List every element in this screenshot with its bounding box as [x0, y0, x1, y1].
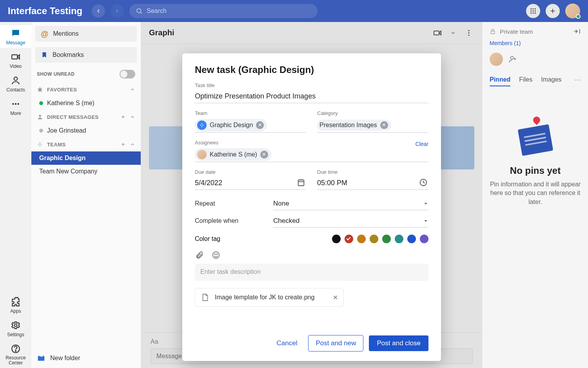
- bookmarks-button[interactable]: Bookmarks: [35, 47, 137, 63]
- chevron-left-icon: [95, 8, 102, 14]
- tab-files[interactable]: Files: [519, 74, 532, 86]
- collapse-icon[interactable]: [573, 27, 581, 35]
- nav-back-button[interactable]: [92, 4, 105, 18]
- color-swatch[interactable]: [420, 235, 428, 243]
- repeat-select[interactable]: None: [273, 197, 428, 210]
- cancel-button[interactable]: Cancel: [271, 335, 303, 351]
- paperclip-icon: [195, 251, 204, 259]
- svg-point-41: [201, 123, 202, 124]
- attach-button[interactable]: [195, 250, 204, 260]
- rail-label: Settings: [7, 332, 24, 337]
- chevron-up-icon: [130, 142, 135, 147]
- search-input[interactable]: [147, 7, 311, 15]
- color-swatch[interactable]: [345, 235, 353, 243]
- assignees-chip-row[interactable]: Katherine S (me) ✕: [195, 147, 428, 162]
- new-folder-button[interactable]: New folder: [31, 348, 141, 368]
- bookmark-icon: [41, 51, 48, 58]
- description-toolbar: [195, 243, 428, 264]
- remove-chip-button[interactable]: ✕: [260, 151, 268, 158]
- members-link[interactable]: Members (1): [490, 40, 581, 46]
- task-description-input[interactable]: Enter task description: [195, 264, 428, 281]
- show-unread-toggle[interactable]: [120, 70, 135, 78]
- empty-description: Pin information and it will appear here …: [490, 180, 581, 206]
- rail-apps[interactable]: Apps: [0, 293, 31, 316]
- color-swatch[interactable]: [407, 235, 416, 243]
- svg-point-10: [535, 13, 536, 14]
- add-member-button[interactable]: [508, 54, 518, 64]
- tab-pinned[interactable]: Pinned: [490, 74, 510, 86]
- left-rail: Message Video Contacts More Apps Setting…: [0, 22, 31, 368]
- rail-video[interactable]: Video: [0, 49, 31, 71]
- color-swatch[interactable]: [370, 235, 378, 243]
- remove-chip-button[interactable]: ✕: [256, 121, 264, 129]
- color-swatch[interactable]: [332, 235, 341, 243]
- rail-message[interactable]: Message: [0, 25, 31, 48]
- favorites-header[interactable]: FAVORITES: [31, 82, 141, 97]
- svg-point-19: [15, 324, 17, 326]
- smile-icon: [212, 251, 220, 259]
- calendar-icon[interactable]: [297, 178, 305, 187]
- teams-header[interactable]: TEAMS: [31, 137, 141, 151]
- plus-icon[interactable]: [120, 142, 126, 147]
- help-icon: [11, 344, 21, 354]
- emoji-button[interactable]: [211, 250, 221, 260]
- team-chip-row[interactable]: Graphic Design ✕: [195, 118, 306, 133]
- file-icon: [201, 293, 209, 302]
- assignee-chip: Katherine S (me) ✕: [195, 148, 271, 161]
- rail-resource[interactable]: Resource Center: [0, 341, 31, 368]
- svg-point-15: [14, 77, 18, 80]
- team-item-new-company[interactable]: Team New Company: [31, 165, 141, 178]
- color-swatch[interactable]: [382, 235, 391, 243]
- task-title-input[interactable]: [195, 90, 428, 103]
- svg-point-5: [530, 11, 532, 12]
- category-chip-row[interactable]: Presentation Images ✕: [317, 118, 428, 133]
- tabs-more-button[interactable]: ⋯: [575, 74, 581, 86]
- dm-item[interactable]: Joe Grinstead: [31, 124, 141, 137]
- svg-point-16: [12, 103, 14, 105]
- plus-icon[interactable]: [120, 114, 126, 120]
- due-date-input[interactable]: [195, 177, 306, 190]
- rail-more[interactable]: More: [0, 96, 31, 118]
- color-tag-row: Color tag: [195, 235, 428, 243]
- pin-illustration: [512, 119, 559, 158]
- clock-icon[interactable]: [419, 178, 428, 187]
- puzzle-icon: [11, 297, 21, 307]
- profile-avatar[interactable]: [565, 4, 580, 18]
- team-chip-icon: [197, 120, 207, 130]
- team-field: Team Graphic Design ✕: [195, 110, 306, 133]
- post-and-new-button[interactable]: Post and new: [308, 335, 363, 352]
- svg-point-2: [530, 8, 532, 9]
- nav-forward-button[interactable]: [111, 4, 124, 18]
- presence-dot: [39, 101, 43, 105]
- new-button[interactable]: [546, 4, 560, 18]
- team-item-graphic-design[interactable]: Graphic Design: [31, 151, 141, 165]
- color-swatch[interactable]: [357, 235, 366, 243]
- at-icon: @: [41, 29, 49, 38]
- svg-point-21: [15, 350, 16, 351]
- dm-header[interactable]: DIRECT MESSAGES: [31, 110, 141, 124]
- search-box[interactable]: [129, 4, 318, 18]
- color-swatch[interactable]: [395, 235, 403, 243]
- search-icon: [136, 7, 143, 15]
- remove-attachment-button[interactable]: ✕: [333, 294, 338, 301]
- svg-point-7: [535, 11, 536, 12]
- rail-settings[interactable]: Settings: [0, 317, 31, 340]
- due-time-input[interactable]: [317, 177, 428, 190]
- assignee-avatar: [197, 150, 207, 159]
- remove-chip-button[interactable]: ✕: [380, 121, 388, 129]
- mentions-button[interactable]: @ Mentions: [35, 26, 137, 42]
- svg-point-50: [213, 252, 220, 259]
- clear-assignees-link[interactable]: Clear: [416, 141, 428, 147]
- member-avatar[interactable]: [490, 53, 503, 66]
- svg-point-3: [533, 8, 534, 9]
- complete-when-select[interactable]: Checked: [273, 214, 428, 228]
- svg-point-27: [41, 144, 42, 145]
- tab-images[interactable]: Images: [541, 74, 561, 86]
- favorite-item[interactable]: Katherine S (me): [31, 97, 141, 110]
- post-and-close-button[interactable]: Post and close: [369, 335, 428, 351]
- chevron-right-icon: [114, 8, 120, 14]
- rail-contacts[interactable]: Contacts: [0, 72, 31, 95]
- modal-title: New task (Graphic Design): [195, 64, 428, 75]
- team-chip: Graphic Design ✕: [195, 119, 267, 131]
- dialpad-button[interactable]: [526, 4, 540, 18]
